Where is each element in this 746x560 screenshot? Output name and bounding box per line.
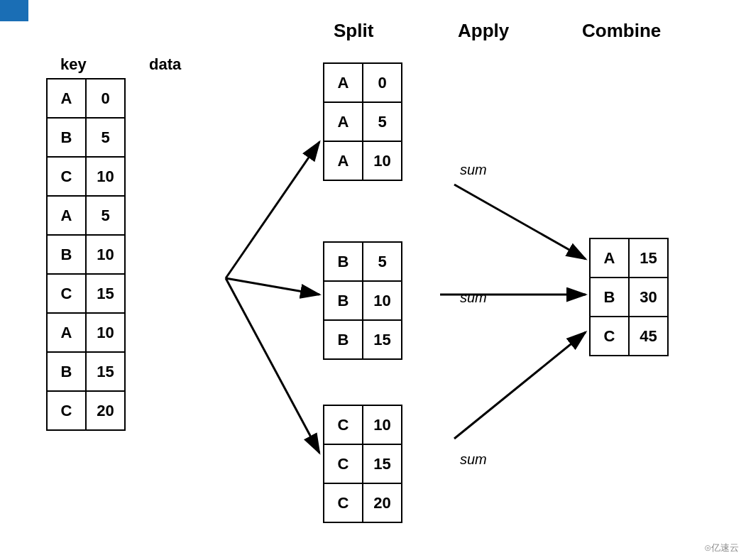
input-cell-data: 15 [86, 352, 125, 391]
input-table-row: A10 [47, 313, 125, 352]
split-cell-key: C [324, 483, 363, 522]
split-cell-key: B [324, 320, 363, 359]
input-table-row: C15 [47, 274, 125, 313]
svg-line-6 [454, 332, 586, 439]
svg-line-3 [226, 278, 319, 453]
combine-cell-key: C [590, 317, 629, 356]
combine-cell-data: 15 [629, 238, 668, 278]
split-cell-key: B [324, 242, 363, 281]
split-b-row: B5 [324, 242, 402, 281]
combine-cell-data: 30 [629, 278, 668, 317]
input-table-row: B5 [47, 118, 125, 157]
combine-table-row: C45 [590, 317, 668, 356]
data-col-header: data [149, 55, 181, 74]
split-c-row: C20 [324, 483, 402, 522]
input-table-row: C20 [47, 391, 125, 430]
input-cell-key: C [47, 391, 86, 430]
input-cell-data: 15 [86, 274, 125, 313]
key-col-header: key [60, 55, 87, 74]
split-table-b: B5B10B15 [323, 241, 402, 360]
split-cell-key: C [324, 405, 363, 444]
split-cell-key: A [324, 63, 363, 102]
input-cell-key: C [47, 274, 86, 313]
split-b-row: B10 [324, 281, 402, 320]
combine-table-row: B30 [590, 278, 668, 317]
input-cell-key: A [47, 196, 86, 235]
split-cell-data: 5 [363, 242, 402, 281]
input-cell-data: 10 [86, 313, 125, 352]
split-cell-data: 5 [363, 102, 402, 141]
main-container: Split Apply Combine key data A0B5C10A5B1… [0, 0, 746, 560]
input-cell-key: B [47, 352, 86, 391]
input-table-row: B10 [47, 235, 125, 274]
input-cell-data: 0 [86, 79, 125, 118]
input-table-row: B15 [47, 352, 125, 391]
input-table: A0B5C10A5B10C15A10B15C20 [46, 78, 126, 431]
combine-table: A15B30C45 [589, 238, 669, 356]
combine-table-row: A15 [590, 238, 668, 278]
split-table-a: A0A5A10 [323, 62, 402, 181]
split-cell-key: A [324, 102, 363, 141]
split-c-row: C15 [324, 444, 402, 483]
svg-line-5 [454, 185, 586, 259]
combine-header: Combine [582, 20, 661, 42]
input-table-row: C10 [47, 157, 125, 196]
split-a-row: A0 [324, 63, 402, 102]
svg-line-2 [226, 278, 319, 295]
input-table-row: A0 [47, 79, 125, 118]
sum-label-a: sum [460, 162, 487, 178]
input-cell-data: 20 [86, 391, 125, 430]
split-cell-data: 10 [363, 141, 402, 180]
split-header: Split [334, 20, 373, 42]
svg-line-1 [226, 142, 319, 278]
split-a-row: A10 [324, 141, 402, 180]
split-cell-data: 0 [363, 63, 402, 102]
split-cell-data: 10 [363, 281, 402, 320]
split-cell-data: 10 [363, 405, 402, 444]
apply-header: Apply [458, 20, 509, 42]
split-cell-key: B [324, 281, 363, 320]
input-cell-key: B [47, 118, 86, 157]
input-cell-data: 10 [86, 235, 125, 274]
input-cell-data: 10 [86, 157, 125, 196]
split-table-c: C10C15C20 [323, 405, 402, 523]
sum-label-b: sum [460, 290, 487, 306]
input-cell-key: C [47, 157, 86, 196]
split-cell-data: 15 [363, 320, 402, 359]
input-cell-data: 5 [86, 118, 125, 157]
split-cell-data: 20 [363, 483, 402, 522]
input-cell-key: B [47, 235, 86, 274]
combine-cell-key: A [590, 238, 629, 278]
watermark: ⊙亿速云 [704, 542, 739, 554]
input-cell-key: A [47, 79, 86, 118]
combine-cell-data: 45 [629, 317, 668, 356]
combine-cell-key: B [590, 278, 629, 317]
split-cell-data: 15 [363, 444, 402, 483]
input-table-row: A5 [47, 196, 125, 235]
sum-label-c: sum [460, 451, 487, 468]
split-a-row: A5 [324, 102, 402, 141]
split-c-row: C10 [324, 405, 402, 444]
split-cell-key: C [324, 444, 363, 483]
input-cell-key: A [47, 313, 86, 352]
blue-corner-decoration [0, 0, 28, 21]
input-cell-data: 5 [86, 196, 125, 235]
split-b-row: B15 [324, 320, 402, 359]
split-cell-key: A [324, 141, 363, 180]
